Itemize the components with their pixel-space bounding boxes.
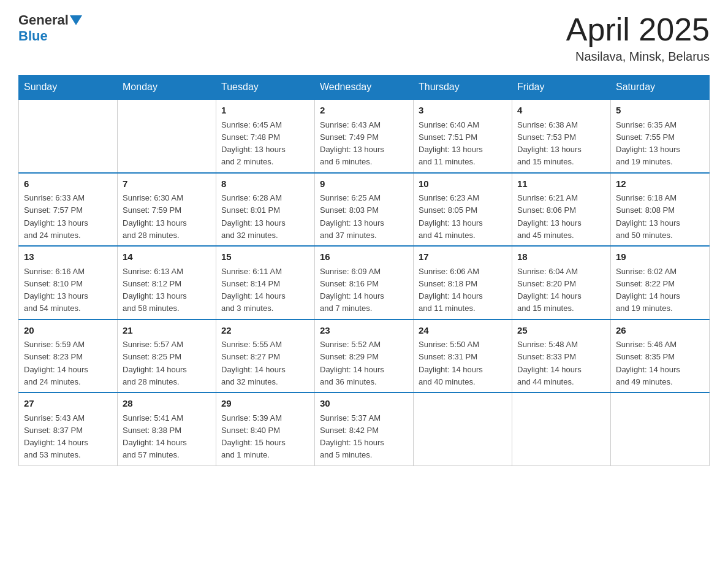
day-info-text: Sunrise: 6:11 AM Sunset: 8:14 PM Dayligh… — [221, 267, 286, 313]
calendar-day-cell: 20Sunrise: 5:59 AM Sunset: 8:23 PM Dayli… — [19, 320, 118, 393]
calendar-day-cell: 27Sunrise: 5:43 AM Sunset: 8:37 PM Dayli… — [19, 393, 118, 465]
calendar-week-row: 6Sunrise: 6:33 AM Sunset: 7:57 PM Daylig… — [19, 173, 710, 247]
calendar-day-cell: 3Sunrise: 6:40 AM Sunset: 7:51 PM Daylig… — [414, 99, 512, 173]
day-info-text: Sunrise: 5:39 AM Sunset: 8:40 PM Dayligh… — [221, 413, 286, 460]
day-number: 21 — [123, 324, 211, 338]
day-number: 15 — [221, 250, 309, 264]
calendar-day-cell: 12Sunrise: 6:18 AM Sunset: 8:08 PM Dayli… — [611, 173, 710, 247]
calendar-week-row: 20Sunrise: 5:59 AM Sunset: 8:23 PM Dayli… — [19, 320, 710, 393]
calendar-day-cell — [19, 99, 118, 173]
day-number: 2 — [320, 104, 408, 118]
day-info-text: Sunrise: 5:37 AM Sunset: 8:42 PM Dayligh… — [320, 413, 384, 460]
day-number: 12 — [616, 177, 704, 191]
day-info-text: Sunrise: 6:28 AM Sunset: 8:01 PM Dayligh… — [221, 193, 286, 240]
day-info-text: Sunrise: 6:16 AM Sunset: 8:10 PM Dayligh… — [24, 267, 88, 313]
calendar-day-cell — [118, 99, 216, 173]
day-info-text: Sunrise: 5:48 AM Sunset: 8:33 PM Dayligh… — [517, 340, 582, 386]
day-number: 8 — [221, 177, 309, 191]
location-text: Nasilava, Minsk, Belarus — [566, 50, 710, 64]
day-info-text: Sunrise: 6:06 AM Sunset: 8:18 PM Dayligh… — [419, 267, 483, 313]
calendar-day-cell: 8Sunrise: 6:28 AM Sunset: 8:01 PM Daylig… — [216, 173, 315, 247]
day-info-text: Sunrise: 5:55 AM Sunset: 8:27 PM Dayligh… — [221, 340, 286, 386]
calendar-day-cell: 18Sunrise: 6:04 AM Sunset: 8:20 PM Dayli… — [512, 246, 611, 320]
calendar-day-cell: 26Sunrise: 5:46 AM Sunset: 8:35 PM Dayli… — [611, 320, 710, 393]
day-number: 27 — [24, 397, 112, 411]
day-number: 30 — [320, 397, 408, 411]
day-number: 14 — [123, 250, 211, 264]
day-info-text: Sunrise: 6:02 AM Sunset: 8:22 PM Dayligh… — [616, 267, 680, 313]
day-info-text: Sunrise: 6:23 AM Sunset: 8:05 PM Dayligh… — [419, 193, 483, 240]
page-header: General Blue April 2025 Nasilava, Minsk,… — [18, 12, 710, 64]
day-number: 6 — [24, 177, 112, 191]
day-number: 25 — [517, 324, 605, 338]
calendar-day-cell: 14Sunrise: 6:13 AM Sunset: 8:12 PM Dayli… — [118, 246, 216, 320]
day-info-text: Sunrise: 6:45 AM Sunset: 7:48 PM Dayligh… — [221, 120, 286, 167]
day-info-text: Sunrise: 5:41 AM Sunset: 8:38 PM Dayligh… — [123, 413, 187, 460]
day-info-text: Sunrise: 6:40 AM Sunset: 7:51 PM Dayligh… — [419, 120, 483, 167]
calendar-day-cell: 6Sunrise: 6:33 AM Sunset: 7:57 PM Daylig… — [19, 173, 118, 247]
day-number: 13 — [24, 250, 112, 264]
calendar-day-cell: 25Sunrise: 5:48 AM Sunset: 8:33 PM Dayli… — [512, 320, 611, 393]
day-number: 26 — [616, 324, 704, 338]
calendar-day-cell: 19Sunrise: 6:02 AM Sunset: 8:22 PM Dayli… — [611, 246, 710, 320]
day-number: 29 — [221, 397, 309, 411]
day-of-week-header: Monday — [118, 75, 216, 100]
calendar-day-cell: 13Sunrise: 6:16 AM Sunset: 8:10 PM Dayli… — [19, 246, 118, 320]
calendar-week-row: 27Sunrise: 5:43 AM Sunset: 8:37 PM Dayli… — [19, 393, 710, 465]
calendar-day-cell: 22Sunrise: 5:55 AM Sunset: 8:27 PM Dayli… — [216, 320, 315, 393]
day-number: 10 — [419, 177, 507, 191]
day-number: 18 — [517, 250, 605, 264]
calendar-day-cell — [414, 393, 512, 465]
logo: General Blue — [18, 12, 83, 44]
calendar-day-cell — [611, 393, 710, 465]
calendar-day-cell: 9Sunrise: 6:25 AM Sunset: 8:03 PM Daylig… — [315, 173, 414, 247]
day-info-text: Sunrise: 6:43 AM Sunset: 7:49 PM Dayligh… — [320, 120, 384, 167]
day-info-text: Sunrise: 6:35 AM Sunset: 7:55 PM Dayligh… — [616, 120, 680, 167]
calendar-day-cell: 17Sunrise: 6:06 AM Sunset: 8:18 PM Dayli… — [414, 246, 512, 320]
day-number: 16 — [320, 250, 408, 264]
day-info-text: Sunrise: 5:43 AM Sunset: 8:37 PM Dayligh… — [24, 413, 88, 460]
title-area: April 2025 Nasilava, Minsk, Belarus — [566, 12, 710, 64]
day-number: 24 — [419, 324, 507, 338]
day-number: 22 — [221, 324, 309, 338]
day-number: 11 — [517, 177, 605, 191]
logo-triangle-icon — [70, 15, 82, 25]
calendar-day-cell: 2Sunrise: 6:43 AM Sunset: 7:49 PM Daylig… — [315, 99, 414, 173]
logo-blue-text: Blue — [18, 28, 48, 44]
calendar-day-cell: 15Sunrise: 6:11 AM Sunset: 8:14 PM Dayli… — [216, 246, 315, 320]
day-of-week-header: Wednesday — [315, 75, 414, 100]
calendar-day-cell: 16Sunrise: 6:09 AM Sunset: 8:16 PM Dayli… — [315, 246, 414, 320]
calendar-week-row: 13Sunrise: 6:16 AM Sunset: 8:10 PM Dayli… — [19, 246, 710, 320]
day-info-text: Sunrise: 5:46 AM Sunset: 8:35 PM Dayligh… — [616, 340, 680, 386]
day-of-week-header: Tuesday — [216, 75, 315, 100]
calendar-header-row: SundayMondayTuesdayWednesdayThursdayFrid… — [19, 75, 710, 100]
day-of-week-header: Friday — [512, 75, 611, 100]
day-number: 23 — [320, 324, 408, 338]
calendar-day-cell: 7Sunrise: 6:30 AM Sunset: 7:59 PM Daylig… — [118, 173, 216, 247]
day-number: 28 — [123, 397, 211, 411]
day-info-text: Sunrise: 5:52 AM Sunset: 8:29 PM Dayligh… — [320, 340, 384, 386]
day-info-text: Sunrise: 5:59 AM Sunset: 8:23 PM Dayligh… — [24, 340, 88, 386]
day-number: 19 — [616, 250, 704, 264]
day-number: 4 — [517, 104, 605, 118]
day-info-text: Sunrise: 5:50 AM Sunset: 8:31 PM Dayligh… — [419, 340, 483, 386]
day-number: 17 — [419, 250, 507, 264]
day-info-text: Sunrise: 6:25 AM Sunset: 8:03 PM Dayligh… — [320, 193, 384, 240]
day-info-text: Sunrise: 6:38 AM Sunset: 7:53 PM Dayligh… — [517, 120, 582, 167]
day-info-text: Sunrise: 6:09 AM Sunset: 8:16 PM Dayligh… — [320, 267, 384, 313]
calendar-day-cell: 30Sunrise: 5:37 AM Sunset: 8:42 PM Dayli… — [315, 393, 414, 465]
day-number: 7 — [123, 177, 211, 191]
logo-general-text: General — [18, 12, 69, 28]
day-of-week-header: Sunday — [19, 75, 118, 100]
calendar-table: SundayMondayTuesdayWednesdayThursdayFrid… — [18, 75, 710, 466]
day-info-text: Sunrise: 5:57 AM Sunset: 8:25 PM Dayligh… — [123, 340, 187, 386]
calendar-day-cell: 10Sunrise: 6:23 AM Sunset: 8:05 PM Dayli… — [414, 173, 512, 247]
day-info-text: Sunrise: 6:18 AM Sunset: 8:08 PM Dayligh… — [616, 193, 680, 240]
calendar-week-row: 1Sunrise: 6:45 AM Sunset: 7:48 PM Daylig… — [19, 99, 710, 173]
calendar-day-cell: 21Sunrise: 5:57 AM Sunset: 8:25 PM Dayli… — [118, 320, 216, 393]
day-number: 20 — [24, 324, 112, 338]
calendar-day-cell: 11Sunrise: 6:21 AM Sunset: 8:06 PM Dayli… — [512, 173, 611, 247]
day-info-text: Sunrise: 6:04 AM Sunset: 8:20 PM Dayligh… — [517, 267, 582, 313]
month-title: April 2025 — [566, 12, 710, 47]
calendar-day-cell: 24Sunrise: 5:50 AM Sunset: 8:31 PM Dayli… — [414, 320, 512, 393]
